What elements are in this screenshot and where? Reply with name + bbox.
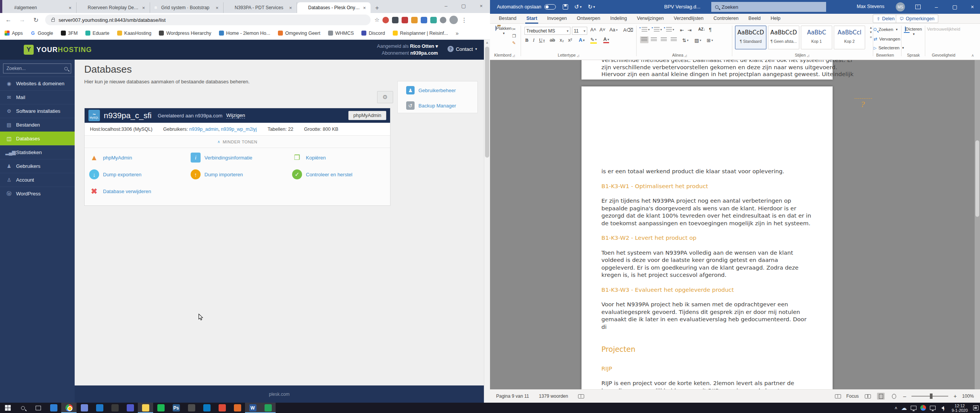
align-left-icon[interactable] [640, 36, 648, 43]
tools-button[interactable] [377, 91, 393, 103]
autosave-toggle[interactable]: Automatisch opslaan [497, 4, 556, 10]
sidebar-item[interactable]: ◫ Databases [0, 132, 75, 145]
ribbon-tab[interactable]: Ontwerpen [572, 14, 605, 24]
print-layout-icon[interactable] [877, 393, 885, 400]
format-painter-icon[interactable] [512, 41, 516, 46]
chrome-tray-icon[interactable] [920, 405, 926, 411]
ribbon-tab[interactable]: Verwijzingen [632, 14, 669, 24]
minimize-button[interactable]: – [928, 0, 945, 14]
sidebar-item[interactable]: ♟ Gebruikers [0, 159, 75, 173]
bookmarks-overflow-icon[interactable] [456, 30, 459, 37]
document-page-partial[interactable]: verschillende methodes getest. Daarnaast… [581, 60, 833, 80]
ribbon-display-options-icon[interactable] [910, 0, 926, 14]
shading-icon[interactable]: ▨ [694, 37, 701, 43]
style-card[interactable]: AaBbCcD ¶ Standaard [735, 26, 766, 49]
word-count[interactable]: 1379 woorden [539, 393, 568, 399]
font-color-icon[interactable]: A [603, 37, 609, 43]
align-center-icon[interactable] [651, 37, 657, 42]
speaker-icon[interactable] [939, 406, 944, 410]
page-indicator[interactable]: Pagina 9 van 11 [496, 393, 529, 399]
scrollbar-thumb[interactable] [485, 47, 489, 158]
extension-icon[interactable] [440, 17, 446, 23]
subscription-link[interactable]: n939pa.com [410, 50, 438, 56]
zoom-in-icon[interactable]: + [954, 393, 957, 399]
focus-label[interactable]: Focus [846, 393, 859, 399]
style-card[interactable]: AaBbC Kop 1 [801, 26, 832, 49]
clear-formatting-icon[interactable]: A⌫ [623, 27, 633, 33]
browser-tab[interactable]: #algemeen [3, 2, 77, 13]
multilevel-list-icon[interactable] [666, 27, 674, 32]
find-button[interactable]: Zoeken [874, 27, 898, 32]
scrollbar[interactable] [975, 60, 980, 389]
ribbon-tab[interactable]: Controleren [709, 14, 743, 24]
dialog-launcher-icon[interactable] [684, 54, 687, 57]
ribbon-tab[interactable]: Help [766, 14, 786, 24]
bookmark-item[interactable]: Home - 2lemon Ho... [219, 31, 270, 36]
avatar[interactable]: MS [896, 2, 905, 11]
italic-icon[interactable]: I [533, 37, 534, 43]
read-mode-icon[interactable] [864, 393, 872, 400]
database-action[interactable]: i Verbindingsinformatie [191, 153, 292, 163]
chrome-menu-icon[interactable] [461, 16, 467, 24]
action-center-icon[interactable] [973, 405, 978, 410]
taskbar-app[interactable] [92, 403, 107, 413]
ribbon-tab[interactable]: Bestand [494, 14, 521, 24]
font-size-select[interactable]: 11 [572, 27, 587, 35]
highlight-color-icon[interactable]: ✎ [590, 37, 597, 44]
sidebar-item[interactable]: ✉ Mail [0, 90, 75, 104]
database-action[interactable]: ▲ phpMyAdmin [89, 153, 191, 163]
browser-tab[interactable]: Roerveen Roleplay Develop [77, 2, 150, 13]
web-layout-icon[interactable] [890, 393, 898, 400]
database-action[interactable]: ✓ Controleer en herstel [292, 169, 394, 179]
back-icon[interactable]: ← [3, 15, 14, 25]
logged-in-user[interactable]: Rico Otten [410, 44, 434, 49]
bookmark-star-icon[interactable] [374, 16, 379, 23]
sidebar-item[interactable]: ⚙ Software installaties [0, 104, 75, 118]
collapse-toggle[interactable]: MINDER TONEN [85, 136, 390, 148]
taskbar-app[interactable]: W [245, 403, 260, 413]
sidebar-item[interactable]: ◉ Websites & domeinen [0, 76, 75, 90]
restore-button[interactable]: ▢ [946, 0, 963, 14]
taskbar-clock[interactable]: 12:12 9-1-2020 [952, 403, 968, 413]
tab-close-icon[interactable] [361, 5, 368, 11]
style-card[interactable]: AaBbCcD ¶ Geen afsta... [768, 26, 799, 49]
onedrive-icon[interactable] [901, 405, 907, 411]
sidebar-item[interactable]: ♙ Account [0, 173, 75, 187]
style-card[interactable]: AaBbCcl Kop 2 [834, 26, 865, 49]
extension-icon[interactable] [430, 17, 437, 23]
paste-button[interactable]: Plakken [495, 26, 512, 35]
zoom-level[interactable]: 100% [962, 393, 974, 399]
zoom-out-icon[interactable]: – [903, 393, 906, 399]
bold-icon[interactable]: B [525, 37, 528, 43]
bookmark-item[interactable]: Reisplanner | Reisinf... [393, 31, 448, 36]
taskbar-app[interactable] [122, 403, 138, 413]
sidebar-item[interactable]: ▤ Bestanden [0, 118, 75, 132]
bookmark-item[interactable]: G Google [31, 31, 53, 36]
ribbon-tab[interactable]: Verzendlijsten [669, 14, 709, 24]
db-user-link[interactable]: n939p_wp_m2iyj [221, 127, 257, 132]
database-action[interactable]: ❐ Kopiëren [292, 153, 394, 163]
bookmark-item[interactable]: Omgeving Geert [278, 31, 320, 36]
text-effects-icon[interactable]: A [579, 37, 585, 43]
sensitivity-button[interactable]: Vertrouwelijkheid [926, 27, 961, 31]
task-view-icon[interactable] [31, 403, 46, 413]
select-button[interactable]: Selecteren [874, 46, 904, 50]
profile-avatar[interactable] [449, 16, 458, 24]
extension-icon[interactable] [411, 17, 418, 23]
bookmark-item[interactable]: Eduarte [85, 31, 109, 36]
yourhosting-logo[interactable]: YOURHOSTING [24, 45, 92, 55]
remote-desktop-icon[interactable] [911, 406, 916, 410]
extension-icon[interactable] [392, 17, 399, 23]
ribbon-tab[interactable]: Start [521, 14, 542, 24]
taskbar-app[interactable] [61, 403, 77, 413]
taskbar-app[interactable] [153, 403, 168, 413]
bookmark-item[interactable]: Discord [361, 31, 385, 36]
numbered-list-icon[interactable] [654, 27, 662, 32]
new-tab-button[interactable] [373, 4, 381, 12]
document-page[interactable]: is er een totaal werkend product die kla… [581, 86, 833, 389]
dialog-launcher-icon[interactable] [807, 54, 809, 57]
taskbar-app[interactable] [138, 403, 153, 413]
maximize-button[interactable]: ▢ [455, 0, 472, 11]
quick-link[interactable]: ↺ Backup Manager [406, 99, 477, 112]
align-right-icon[interactable] [661, 37, 667, 42]
